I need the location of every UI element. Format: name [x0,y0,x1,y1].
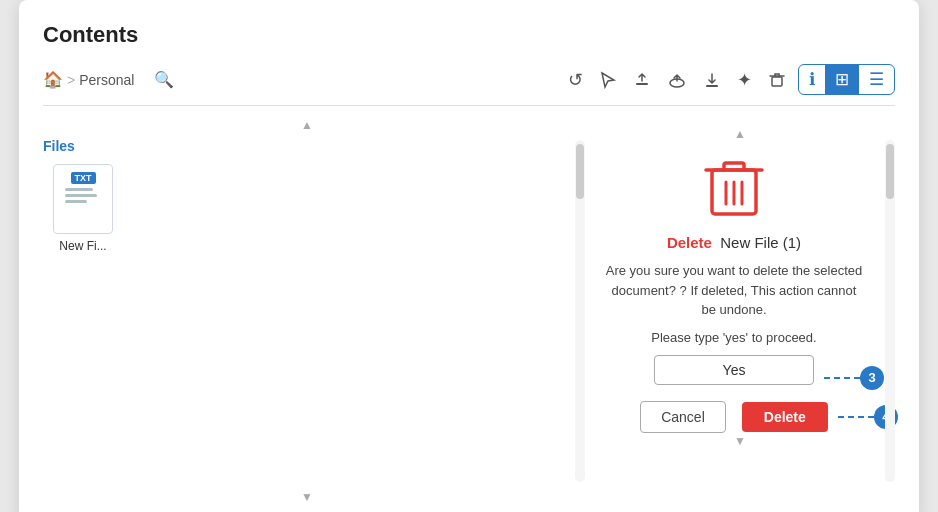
toolbar: 🏠 > Personal 🔍 ↺ ✦ [43,64,895,106]
right-scroll-thumb [886,144,894,199]
breadcrumb-folder: Personal [79,72,134,88]
annotation-3-line [824,377,860,379]
file-lines [65,188,101,206]
files-section-label: Files [43,138,571,154]
breadcrumb-separator: > [67,72,75,88]
delete-prompt: Please type 'yes' to proceed. [651,330,816,345]
delete-button[interactable]: Delete [742,402,828,432]
svg-rect-2 [706,85,718,87]
left-scrollbar[interactable] [575,140,585,482]
delete-word: Delete [667,234,712,251]
download-button[interactable] [697,68,727,92]
undo-button[interactable]: ↺ [562,66,589,94]
right-panel: ▲ Delete New File (1) [585,116,895,506]
info-view-button[interactable]: ℹ [799,65,825,94]
upload-cloud-button[interactable] [661,68,693,92]
file-line-2 [65,194,97,197]
file-icon: TXT [53,164,113,234]
file-item[interactable]: TXT New Fi... [43,164,123,253]
view-toggle-group: ℹ ⊞ ☰ [798,64,895,95]
main-area: ▲ Files TXT New Fi... ▼ [43,116,895,506]
delete-toolbar-button[interactable] [762,68,792,92]
page-title: Contents [43,22,895,48]
svg-rect-3 [772,77,782,86]
modal-actions: Cancel Delete 4 [640,401,828,433]
file-type-badge: TXT [71,172,96,184]
search-button[interactable]: 🔍 [148,68,180,91]
select-button[interactable] [593,68,623,92]
grid-view-button[interactable]: ⊞ [825,65,859,94]
file-line-1 [65,188,93,191]
delete-modal: Delete New File (1) Are you sure you wan… [604,142,864,433]
right-scroll-up[interactable]: ▲ [585,126,895,142]
breadcrumb: 🏠 > Personal [43,70,134,89]
cancel-button[interactable]: Cancel [640,401,726,433]
trash-icon-large [704,152,764,224]
list-view-button[interactable]: ☰ [859,65,894,94]
toolbar-actions: ↺ ✦ [562,66,792,94]
delete-btn-wrapper: Delete 4 [742,402,828,432]
main-window: Contents 🏠 > Personal 🔍 ↺ ✦ [19,0,919,512]
upload-file-button[interactable] [627,68,657,92]
move-button[interactable]: ✦ [731,66,758,94]
file-panel: ▲ Files TXT New Fi... ▼ [43,116,585,506]
svg-rect-0 [636,83,648,85]
delete-file-name: New File (1) [720,234,801,251]
annotation-3-circle: 3 [860,366,884,390]
scroll-down-arrow[interactable]: ▼ [43,488,571,506]
right-scrollbar[interactable] [885,140,895,482]
delete-title: Delete New File (1) [667,234,801,251]
left-scroll-thumb [576,144,584,199]
annotation-3: 3 [824,366,884,390]
annotation-4-line-1 [838,416,874,418]
input-wrapper: 3 [654,355,814,401]
yes-input[interactable] [654,355,814,385]
home-icon[interactable]: 🏠 [43,70,63,89]
file-name-label: New Fi... [59,239,106,253]
file-line-3 [65,200,87,203]
delete-description: Are you sure you want to delete the sele… [604,261,864,320]
scroll-up-arrow[interactable]: ▲ [43,116,571,134]
right-scroll-down[interactable]: ▼ [585,433,895,449]
